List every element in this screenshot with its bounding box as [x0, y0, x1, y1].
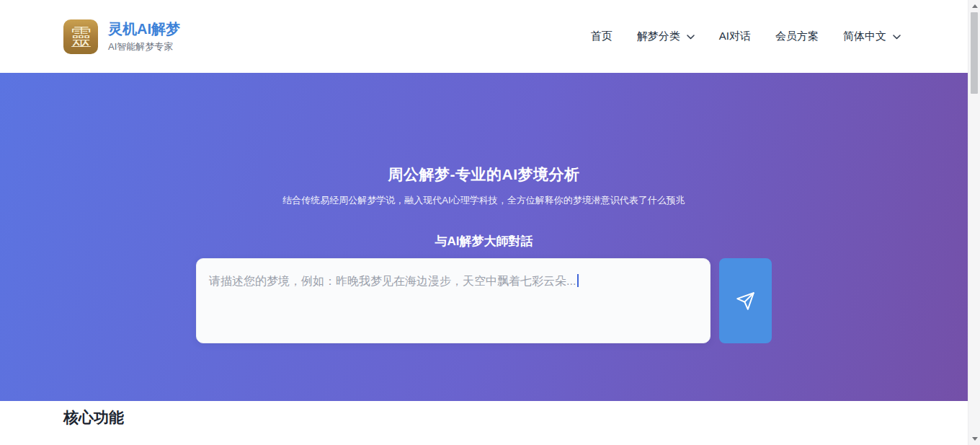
hero-section: 周公解梦-专业的AI梦境分析 结合传统易经周公解梦学说，融入现代AI心理学科技，… [0, 73, 968, 401]
nav-item-home[interactable]: 首页 [591, 30, 612, 43]
brand-home-link[interactable]: 靈 灵机AI解梦 AI智能解梦专家 [63, 19, 180, 54]
nav-item-language-selector[interactable]: 简体中文 [843, 30, 901, 43]
dream-chat-input-row: 请描述您的梦境，例如：昨晚我梦见在海边漫步，天空中飘着七彩云朵... [0, 258, 968, 343]
scrollbar-up-button[interactable] [968, 0, 980, 12]
scrollbar-thumb[interactable] [971, 12, 978, 94]
triangle-down-icon [972, 437, 978, 441]
nav-item-dream-categories[interactable]: 解梦分类 [637, 30, 695, 43]
brand-text: 灵机AI解梦 AI智能解梦专家 [108, 20, 180, 53]
scrollbar-down-button[interactable] [968, 433, 980, 445]
features-heading: 核心功能 [63, 407, 968, 428]
dream-description-input[interactable]: 请描述您的梦境，例如：昨晚我梦见在海边漫步，天空中飘着七彩云朵... [196, 258, 710, 343]
browser-viewport: 靈 灵机AI解梦 AI智能解梦专家 首页 解梦分类 AI对话 [0, 0, 980, 445]
nav-item-ai-chat[interactable]: AI对话 [719, 30, 751, 43]
input-placeholder-text: 请描述您的梦境，例如：昨晚我梦见在海边漫步，天空中飘着七彩云朵... [209, 275, 576, 287]
features-section: 核心功能 [0, 401, 968, 445]
nav-item-label: 简体中文 [843, 30, 886, 43]
send-button[interactable] [719, 258, 772, 343]
nav-item-label: 首页 [591, 30, 612, 43]
nav-item-membership[interactable]: 会员方案 [775, 30, 819, 43]
hero-title: 周公解梦-专业的AI梦境分析 [0, 164, 968, 185]
hero-subtitle: 结合传统易经周公解梦学说，融入现代AI心理学科技，全方位解释你的梦境潜意识代表了… [0, 194, 968, 207]
nav-item-label: AI对话 [719, 30, 751, 43]
chevron-down-icon [893, 35, 901, 40]
main-nav: 首页 解梦分类 AI对话 会员方案 简体中文 [591, 30, 901, 43]
site-header: 靈 灵机AI解梦 AI智能解梦专家 首页 解梦分类 AI对话 [0, 0, 968, 73]
chat-section-title: 与AI解梦大師對話 [0, 233, 968, 250]
brand-title: 灵机AI解梦 [108, 20, 180, 38]
brand-logo-icon: 靈 [63, 19, 98, 54]
chevron-down-icon [687, 35, 695, 40]
nav-item-label: 解梦分类 [637, 30, 680, 43]
nav-item-label: 会员方案 [775, 30, 819, 43]
paper-plane-icon [736, 291, 755, 311]
vertical-scrollbar[interactable] [968, 0, 980, 445]
brand-subtitle: AI智能解梦专家 [108, 40, 180, 53]
triangle-up-icon [972, 4, 978, 8]
text-caret [577, 274, 579, 287]
